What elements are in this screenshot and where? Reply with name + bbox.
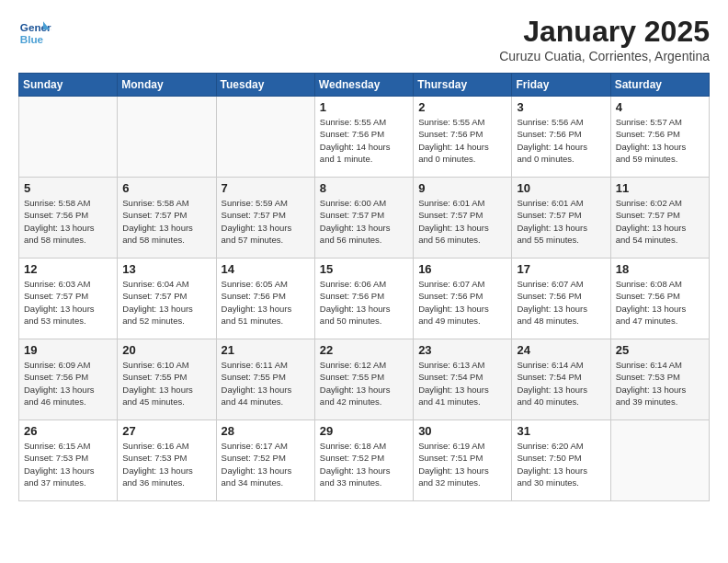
day-number: 24 xyxy=(517,343,605,357)
day-number: 5 xyxy=(24,181,112,195)
day-info: Sunrise: 6:11 AM Sunset: 7:55 PM Dayligh… xyxy=(222,359,310,408)
day-cell xyxy=(118,97,216,178)
day-info: Sunrise: 5:58 AM Sunset: 7:57 PM Dayligh… xyxy=(122,197,210,246)
day-number: 15 xyxy=(320,262,408,276)
day-cell: 3Sunrise: 5:56 AM Sunset: 7:56 PM Daylig… xyxy=(512,97,610,178)
day-cell: 16Sunrise: 6:07 AM Sunset: 7:56 PM Dayli… xyxy=(414,259,512,339)
day-cell: 21Sunrise: 6:11 AM Sunset: 7:55 PM Dayli… xyxy=(216,339,314,420)
day-number: 6 xyxy=(122,181,210,195)
day-number: 8 xyxy=(320,181,408,195)
week-row-4: 19Sunrise: 6:09 AM Sunset: 7:56 PM Dayli… xyxy=(19,339,710,420)
day-cell: 6Sunrise: 5:58 AM Sunset: 7:57 PM Daylig… xyxy=(118,178,216,259)
col-header-sunday: Sunday xyxy=(19,74,118,97)
day-number: 21 xyxy=(222,343,310,357)
day-cell: 9Sunrise: 6:01 AM Sunset: 7:57 PM Daylig… xyxy=(414,178,512,259)
day-number: 16 xyxy=(418,262,506,276)
day-cell: 7Sunrise: 5:59 AM Sunset: 7:57 PM Daylig… xyxy=(216,178,314,259)
day-cell: 23Sunrise: 6:13 AM Sunset: 7:54 PM Dayli… xyxy=(414,339,512,420)
day-info: Sunrise: 6:16 AM Sunset: 7:53 PM Dayligh… xyxy=(122,440,210,488)
day-info: Sunrise: 6:01 AM Sunset: 7:57 PM Dayligh… xyxy=(517,197,605,246)
day-cell: 4Sunrise: 5:57 AM Sunset: 7:56 PM Daylig… xyxy=(610,97,709,178)
day-number: 18 xyxy=(616,262,704,276)
calendar-subtitle: Curuzu Cuatia, Corrientes, Argentina xyxy=(499,49,710,63)
day-info: Sunrise: 6:02 AM Sunset: 7:57 PM Dayligh… xyxy=(616,197,704,246)
day-number: 26 xyxy=(24,424,112,438)
title-block: January 2025 Curuzu Cuatia, Corrientes, … xyxy=(499,15,710,63)
day-cell: 1Sunrise: 5:55 AM Sunset: 7:56 PM Daylig… xyxy=(314,97,413,178)
week-row-5: 26Sunrise: 6:15 AM Sunset: 7:53 PM Dayli… xyxy=(19,420,710,501)
day-number: 17 xyxy=(517,262,605,276)
col-header-tuesday: Tuesday xyxy=(216,74,314,97)
day-info: Sunrise: 6:14 AM Sunset: 7:54 PM Dayligh… xyxy=(517,359,605,408)
day-cell: 15Sunrise: 6:06 AM Sunset: 7:56 PM Dayli… xyxy=(314,259,413,339)
col-header-friday: Friday xyxy=(512,74,610,97)
day-info: Sunrise: 5:57 AM Sunset: 7:56 PM Dayligh… xyxy=(616,116,704,165)
col-header-monday: Monday xyxy=(118,74,216,97)
day-info: Sunrise: 6:05 AM Sunset: 7:56 PM Dayligh… xyxy=(222,278,310,327)
day-number: 3 xyxy=(517,100,605,114)
logo-icon: General Blue xyxy=(18,15,51,48)
day-info: Sunrise: 6:15 AM Sunset: 7:53 PM Dayligh… xyxy=(24,440,112,488)
day-number: 31 xyxy=(517,424,605,438)
day-cell: 25Sunrise: 6:14 AM Sunset: 7:53 PM Dayli… xyxy=(610,339,709,420)
day-info: Sunrise: 5:56 AM Sunset: 7:56 PM Dayligh… xyxy=(517,116,605,165)
day-number: 23 xyxy=(418,343,506,357)
day-number: 11 xyxy=(616,181,704,195)
day-info: Sunrise: 6:03 AM Sunset: 7:57 PM Dayligh… xyxy=(24,278,112,327)
header: General Blue January 2025 Curuzu Cuatia,… xyxy=(18,15,710,63)
day-info: Sunrise: 6:07 AM Sunset: 7:56 PM Dayligh… xyxy=(517,278,605,327)
day-cell: 8Sunrise: 6:00 AM Sunset: 7:57 PM Daylig… xyxy=(314,178,413,259)
day-info: Sunrise: 6:19 AM Sunset: 7:51 PM Dayligh… xyxy=(418,440,506,488)
day-number: 22 xyxy=(320,343,408,357)
day-cell: 29Sunrise: 6:18 AM Sunset: 7:52 PM Dayli… xyxy=(314,420,413,501)
col-header-wednesday: Wednesday xyxy=(314,74,413,97)
week-row-2: 5Sunrise: 5:58 AM Sunset: 7:56 PM Daylig… xyxy=(19,178,710,259)
calendar-table: SundayMondayTuesdayWednesdayThursdayFrid… xyxy=(18,73,710,501)
day-number: 7 xyxy=(222,181,310,195)
day-number: 27 xyxy=(122,424,210,438)
day-info: Sunrise: 6:04 AM Sunset: 7:57 PM Dayligh… xyxy=(122,278,210,327)
day-info: Sunrise: 6:17 AM Sunset: 7:52 PM Dayligh… xyxy=(222,440,310,488)
day-info: Sunrise: 5:59 AM Sunset: 7:57 PM Dayligh… xyxy=(222,197,310,246)
day-cell: 10Sunrise: 6:01 AM Sunset: 7:57 PM Dayli… xyxy=(512,178,610,259)
day-cell: 24Sunrise: 6:14 AM Sunset: 7:54 PM Dayli… xyxy=(512,339,610,420)
day-info: Sunrise: 6:18 AM Sunset: 7:52 PM Dayligh… xyxy=(320,440,408,488)
day-cell: 30Sunrise: 6:19 AM Sunset: 7:51 PM Dayli… xyxy=(414,420,512,501)
day-number: 4 xyxy=(616,100,704,114)
header-row: SundayMondayTuesdayWednesdayThursdayFrid… xyxy=(19,74,710,97)
day-info: Sunrise: 5:55 AM Sunset: 7:56 PM Dayligh… xyxy=(320,116,408,165)
day-cell: 26Sunrise: 6:15 AM Sunset: 7:53 PM Dayli… xyxy=(19,420,118,501)
day-cell: 19Sunrise: 6:09 AM Sunset: 7:56 PM Dayli… xyxy=(19,339,118,420)
col-header-thursday: Thursday xyxy=(414,74,512,97)
calendar-page: General Blue January 2025 Curuzu Cuatia,… xyxy=(0,0,728,516)
day-number: 9 xyxy=(418,181,506,195)
day-cell: 5Sunrise: 5:58 AM Sunset: 7:56 PM Daylig… xyxy=(19,178,118,259)
logo: General Blue xyxy=(18,15,51,48)
day-number: 29 xyxy=(320,424,408,438)
day-number: 12 xyxy=(24,262,112,276)
day-number: 28 xyxy=(222,424,310,438)
day-cell: 14Sunrise: 6:05 AM Sunset: 7:56 PM Dayli… xyxy=(216,259,314,339)
day-info: Sunrise: 6:09 AM Sunset: 7:56 PM Dayligh… xyxy=(24,359,112,408)
day-cell: 31Sunrise: 6:20 AM Sunset: 7:50 PM Dayli… xyxy=(512,420,610,501)
day-info: Sunrise: 6:07 AM Sunset: 7:56 PM Dayligh… xyxy=(418,278,506,327)
day-number: 13 xyxy=(122,262,210,276)
day-cell: 22Sunrise: 6:12 AM Sunset: 7:55 PM Dayli… xyxy=(314,339,413,420)
day-cell: 12Sunrise: 6:03 AM Sunset: 7:57 PM Dayli… xyxy=(19,259,118,339)
day-number: 14 xyxy=(222,262,310,276)
day-number: 25 xyxy=(616,343,704,357)
day-number: 10 xyxy=(517,181,605,195)
day-cell: 28Sunrise: 6:17 AM Sunset: 7:52 PM Dayli… xyxy=(216,420,314,501)
day-cell xyxy=(19,97,118,178)
day-cell xyxy=(610,420,709,501)
week-row-3: 12Sunrise: 6:03 AM Sunset: 7:57 PM Dayli… xyxy=(19,259,710,339)
calendar-title: January 2025 xyxy=(499,15,710,49)
day-cell: 13Sunrise: 6:04 AM Sunset: 7:57 PM Dayli… xyxy=(118,259,216,339)
day-info: Sunrise: 6:08 AM Sunset: 7:56 PM Dayligh… xyxy=(616,278,704,327)
week-row-1: 1Sunrise: 5:55 AM Sunset: 7:56 PM Daylig… xyxy=(19,97,710,178)
day-cell: 27Sunrise: 6:16 AM Sunset: 7:53 PM Dayli… xyxy=(118,420,216,501)
day-number: 19 xyxy=(24,343,112,357)
day-info: Sunrise: 6:00 AM Sunset: 7:57 PM Dayligh… xyxy=(320,197,408,246)
day-number: 2 xyxy=(418,100,506,114)
day-info: Sunrise: 6:12 AM Sunset: 7:55 PM Dayligh… xyxy=(320,359,408,408)
